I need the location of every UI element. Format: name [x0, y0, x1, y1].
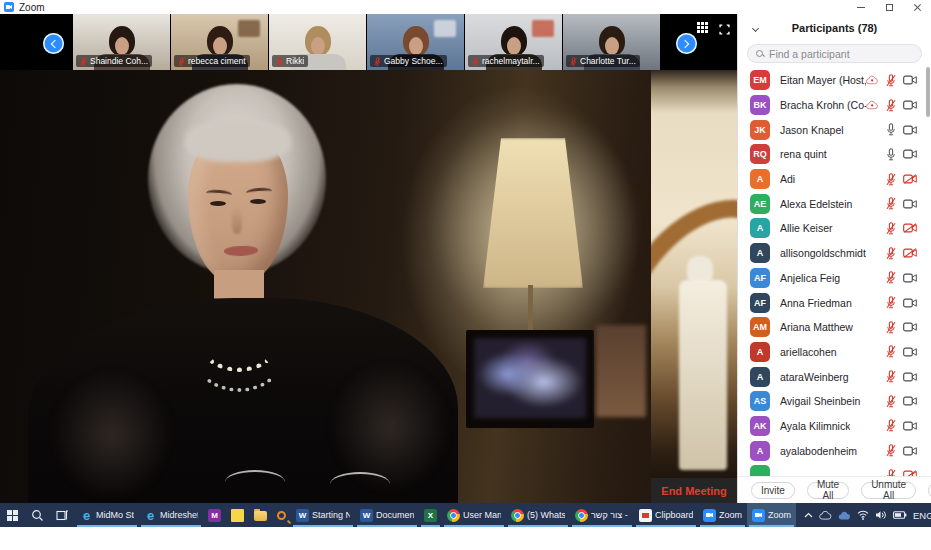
video-thumbnail[interactable]: Charlotte Tur... [563, 14, 660, 70]
filmstrip-prev-button[interactable] [43, 33, 64, 54]
taskbar-app-folder[interactable] [249, 503, 272, 527]
video-thumbnail[interactable]: Shaindie Coh... [73, 14, 170, 70]
fullscreen-icon[interactable] [719, 21, 730, 39]
participant-row[interactable] [738, 463, 925, 476]
sticky-icon [231, 509, 244, 522]
invite-button[interactable]: Invite [751, 482, 795, 499]
taskbar-app-clipboard-clipboard[interactable]: Clipboard... [634, 503, 698, 527]
language-indicator[interactable]: ENG [913, 510, 931, 521]
camera-on-icon [903, 322, 917, 332]
camera-off-icon [903, 223, 917, 233]
search-icon [756, 50, 764, 58]
participant-status-icons [886, 419, 917, 432]
close-button[interactable] [903, 0, 931, 14]
participant-row[interactable]: A ayalabodenheim [738, 438, 925, 463]
onedrive-cloud-icon[interactable] [819, 511, 832, 520]
taskbar-app-word-starting-n[interactable]: W Starting N... [291, 503, 355, 527]
participant-status-icons [886, 222, 917, 235]
participant-row[interactable]: BK Bracha Krohn (Co-host) [738, 93, 925, 118]
participant-row[interactable]: RQ rena quint [738, 142, 925, 167]
participant-status-icons [886, 395, 917, 408]
window-titlebar: Zoom [0, 0, 931, 14]
edge-icon: e [144, 509, 157, 522]
taskbar-app-zoom-zoom[interactable]: Zoom [747, 503, 796, 527]
maximize-icon [886, 4, 893, 11]
task-view-icon [56, 509, 69, 522]
word-icon: W [360, 509, 373, 522]
wifi-icon[interactable] [857, 510, 869, 520]
start-button[interactable] [0, 503, 25, 527]
participant-avatar: EM [750, 70, 770, 90]
mic-muted-icon [886, 197, 896, 210]
taskbar-app-chrome-5-whats[interactable]: (5) Whats... [506, 503, 570, 527]
mic-muted-icon [886, 296, 896, 309]
participant-row[interactable]: AK Ayala Kilimnick [738, 414, 925, 439]
speaker-sleeve [52, 370, 172, 500]
taskbar-app-edge-midreshet[interactable]: e Midreshet ... [139, 503, 203, 527]
battery-icon[interactable] [893, 511, 907, 519]
mic-muted-icon [886, 173, 896, 186]
maximize-button[interactable] [875, 0, 903, 14]
participant-row[interactable]: AM Ariana Matthew [738, 315, 925, 340]
video-thumbnail[interactable]: rebecca ciment [171, 14, 268, 70]
camera-on-icon [903, 100, 917, 110]
participant-list[interactable]: EM Eitan Mayer (Host, me) [738, 68, 925, 476]
search-icon [31, 509, 44, 522]
participant-row[interactable]: EM Eitan Mayer (Host, me) [738, 68, 925, 93]
tray-expand-icon[interactable] [804, 512, 813, 519]
app-label: צור קשר - ... [591, 510, 629, 520]
participant-row[interactable]: A Allie Keiser [738, 216, 925, 241]
window-controls [847, 0, 931, 14]
participant-name: Anna Friedman [780, 297, 852, 309]
video-scene-right-wall [651, 70, 737, 503]
taskbar-app-word-document[interactable]: W Document... [355, 503, 419, 527]
participant-avatar: A [750, 169, 770, 189]
participant-search-input[interactable]: Find a participant [747, 44, 922, 63]
video-thumbnail[interactable]: rachelmaytalr... [465, 14, 562, 70]
onedrive-blue-cloud-icon[interactable] [838, 511, 851, 520]
participants-scrollbar[interactable] [926, 67, 930, 117]
camera-on-icon [903, 446, 917, 456]
participant-row[interactable]: AE Alexa Edelstein [738, 191, 925, 216]
minimize-button[interactable] [847, 0, 875, 14]
participant-status-icons [886, 444, 917, 457]
participant-row[interactable]: AS Avigail Sheinbein [738, 389, 925, 414]
thumbnail-person-face [213, 37, 227, 55]
speaker-hair-fringe [185, 118, 291, 162]
participant-row[interactable]: AF Anna Friedman [738, 290, 925, 315]
gallery-view-icon[interactable] [697, 22, 708, 33]
taskbar-app-sticky[interactable] [226, 503, 249, 527]
edge-icon: e [80, 509, 93, 522]
taskbar-app-search-orange[interactable] [272, 503, 291, 527]
participant-row[interactable]: A allisongoldschmidt [738, 241, 925, 266]
end-meeting-button[interactable]: End Meeting [651, 478, 737, 503]
participant-avatar: JK [750, 120, 770, 140]
taskbar-app-chrome-[interactable]: צור קשר - ... [570, 503, 634, 527]
video-thumbnail[interactable]: Rikki [269, 14, 366, 70]
taskbar-app-mail[interactable]: M [203, 503, 226, 527]
participant-row[interactable]: A Adi [738, 167, 925, 192]
participant-row[interactable]: A ariellacohen [738, 340, 925, 365]
system-tray: ENG 7:15 PM [796, 503, 931, 527]
participant-row[interactable]: A ataraWeinberg [738, 364, 925, 389]
taskbar-app-excel[interactable]: X [419, 503, 442, 527]
filmstrip-next-button[interactable] [676, 33, 697, 54]
taskbar-search-button[interactable] [25, 503, 50, 527]
mute-all-button[interactable]: Mute All [807, 482, 849, 499]
task-view-button[interactable] [50, 503, 75, 527]
volume-icon[interactable] [875, 510, 887, 520]
participant-name: ataraWeinberg [780, 371, 849, 383]
video-scene-tv [466, 330, 594, 428]
participant-name: ayalabodenheim [780, 445, 857, 457]
taskbar-app-chrome-user-mana[interactable]: User Mana... [442, 503, 506, 527]
unmute-all-button[interactable]: Unmute All [861, 482, 916, 499]
taskbar-app-edge-midmo-st[interactable]: e MidMo St... [75, 503, 139, 527]
recording-icon [866, 75, 879, 85]
participant-row[interactable]: JK Jason Knapel [738, 117, 925, 142]
participant-row[interactable]: AF Anjelica Feig [738, 266, 925, 291]
participant-status-icons [886, 469, 917, 476]
video-thumbnail[interactable]: Gabby Schoe... [367, 14, 464, 70]
taskbar-app-zoom-zoom[interactable]: Zoom [698, 503, 747, 527]
active-speaker-video[interactable]: End Meeting [0, 70, 737, 503]
app-label: Midreshet ... [160, 510, 198, 520]
